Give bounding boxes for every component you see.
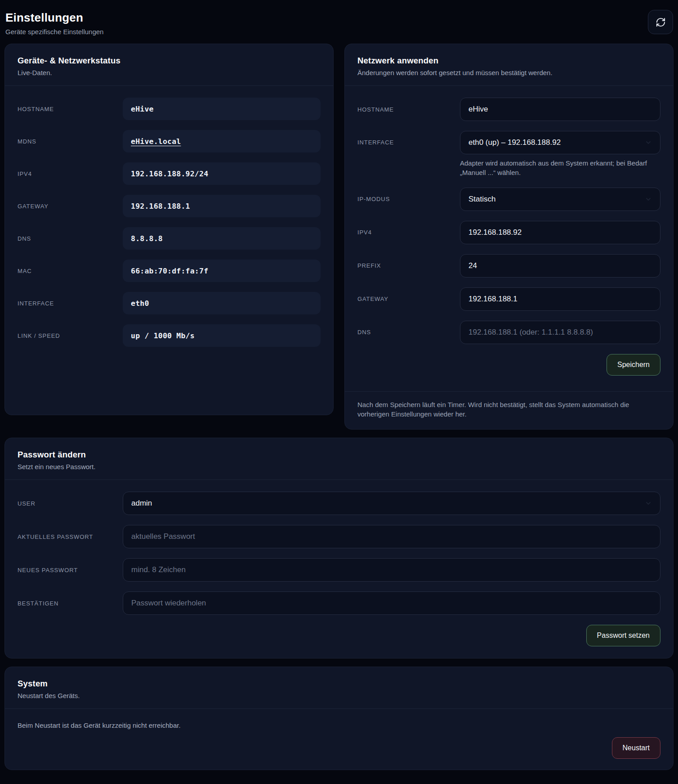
status-row: LINK / SPEED up / 1000 Mb/s xyxy=(18,324,321,347)
status-card-subtitle: Live-Daten. xyxy=(18,69,321,76)
top-cards-row: Geräte- & Netzwerkstatus Live-Daten. HOS… xyxy=(4,44,674,430)
system-card-title: System xyxy=(18,679,660,689)
user-select[interactable]: admin xyxy=(123,492,660,515)
password-card: Passwort ändern Setzt ein neues Passwort… xyxy=(4,438,674,659)
status-row: HOSTNAME eHive xyxy=(18,98,321,120)
page-header: Einstellungen Geräte spezifische Einstel… xyxy=(4,10,674,36)
network-prefix-row: PREFIX xyxy=(357,254,660,278)
status-row: MAC 66:ab:70:df:fa:7f xyxy=(18,260,321,282)
password-new-row: NEUES PASSWORT xyxy=(18,558,660,582)
network-prefix-input[interactable] xyxy=(460,254,660,278)
network-ipmode-row: IP-MODUS Statisch xyxy=(357,188,660,211)
status-row-value: 66:ab:70:df:fa:7f xyxy=(123,260,321,282)
network-ipmode-select[interactable]: Statisch xyxy=(460,188,660,211)
status-row-label: INTERFACE xyxy=(18,300,123,307)
system-card-header: System Neustart des Geräts. xyxy=(5,667,673,709)
status-row-label: LINK / SPEED xyxy=(18,332,123,339)
current-password-input[interactable] xyxy=(123,525,660,548)
password-card-header: Passwort ändern Setzt ein neues Passwort… xyxy=(5,438,673,480)
status-row-label: IPV4 xyxy=(18,170,123,177)
password-current-label: AKTUELLES PASSWORT xyxy=(18,533,123,540)
status-row-label: MAC xyxy=(18,268,123,274)
network-ipv4-label: IPV4 xyxy=(357,229,460,236)
page-subtitle: Geräte spezifische Einstellungen xyxy=(5,28,674,36)
network-footer-text: Nach dem Speichern läuft ein Timer. Wird… xyxy=(357,401,629,418)
network-card-footer: Nach dem Speichern läuft ein Timer. Wird… xyxy=(345,391,673,430)
status-row-label: GATEWAY xyxy=(18,203,123,210)
refresh-icon xyxy=(656,17,666,27)
status-card-title: Geräte- & Netzwerkstatus xyxy=(18,56,321,66)
network-card: Netzwerk anwenden Änderungen werden sofo… xyxy=(344,44,674,430)
password-submit-row: Passwort setzen xyxy=(18,625,660,646)
password-confirm-row: BESTÄTIGEN xyxy=(18,591,660,615)
status-row-value: up / 1000 Mb/s xyxy=(123,324,321,347)
status-row: GATEWAY 192.168.188.1 xyxy=(18,195,321,217)
network-gateway-label: GATEWAY xyxy=(357,296,460,302)
status-row: INTERFACE eth0 xyxy=(18,292,321,314)
network-dns-row: DNS xyxy=(357,321,660,344)
restart-button-row: Neustart xyxy=(18,737,660,759)
save-button[interactable]: Speichern xyxy=(607,354,660,376)
network-dns-input[interactable] xyxy=(460,321,660,344)
status-card-body: HOSTNAME eHive MDNS eHive.local IPV4 192… xyxy=(5,86,333,358)
network-hostname-row: HOSTNAME xyxy=(357,98,660,121)
network-save-row: Speichern xyxy=(357,354,660,376)
status-card-header: Geräte- & Netzwerkstatus Live-Daten. xyxy=(5,44,333,86)
network-interface-selected-value: eth0 (up) – 192.168.188.92 xyxy=(468,138,561,147)
status-row-value: 8.8.8.8 xyxy=(123,227,321,250)
settings-page: Einstellungen Geräte spezifische Einstel… xyxy=(0,0,678,775)
status-card: Geräte- & Netzwerkstatus Live-Daten. HOS… xyxy=(4,44,334,415)
chevron-down-icon xyxy=(645,500,652,507)
restart-button[interactable]: Neustart xyxy=(612,737,660,759)
chevron-down-icon xyxy=(645,196,652,203)
network-interface-label: INTERFACE xyxy=(357,139,460,146)
restart-note: Beim Neustart ist das Gerät kurzzeitig n… xyxy=(18,721,660,729)
mdns-link[interactable]: eHive.local xyxy=(123,130,321,152)
status-row-value: eth0 xyxy=(123,292,321,314)
password-user-label: USER xyxy=(18,500,123,507)
status-row-label: DNS xyxy=(18,235,123,242)
page-title: Einstellungen xyxy=(5,11,674,25)
network-hostname-input[interactable] xyxy=(460,98,660,121)
status-row: IPV4 192.168.188.92/24 xyxy=(18,162,321,185)
network-ipv4-row: IPV4 xyxy=(357,221,660,244)
status-row: DNS 8.8.8.8 xyxy=(18,227,321,250)
network-interface-row: INTERFACE eth0 (up) – 192.168.188.92 Ada… xyxy=(357,131,660,178)
password-user-row: USER admin xyxy=(18,492,660,515)
network-hostname-label: HOSTNAME xyxy=(357,106,460,113)
password-confirm-label: BESTÄTIGEN xyxy=(18,600,123,607)
network-prefix-label: PREFIX xyxy=(357,262,460,269)
password-current-row: AKTUELLES PASSWORT xyxy=(18,525,660,548)
status-row-value: 192.168.188.92/24 xyxy=(123,162,321,185)
network-card-header: Netzwerk anwenden Änderungen werden sofo… xyxy=(345,44,673,86)
system-card-subtitle: Neustart des Geräts. xyxy=(18,692,660,699)
password-new-label: NEUES PASSWORT xyxy=(18,567,123,573)
status-row-value: 192.168.188.1 xyxy=(123,195,321,217)
status-row-label: HOSTNAME xyxy=(18,106,123,112)
refresh-button[interactable] xyxy=(648,10,673,34)
set-password-button[interactable]: Passwort setzen xyxy=(586,625,660,646)
network-ipmode-selected-value: Statisch xyxy=(468,195,495,204)
network-card-subtitle: Änderungen werden sofort gesetzt und müs… xyxy=(357,69,660,76)
new-password-input[interactable] xyxy=(123,558,660,582)
system-card-body: Beim Neustart ist das Gerät kurzzeitig n… xyxy=(5,709,673,770)
system-card: System Neustart des Geräts. Beim Neustar… xyxy=(4,667,674,770)
network-interface-help: Adapter wird automatisch aus dem System … xyxy=(460,158,660,178)
password-card-title: Passwort ändern xyxy=(18,450,660,460)
network-interface-select[interactable]: eth0 (up) – 192.168.188.92 xyxy=(460,131,660,154)
network-ipv4-input[interactable] xyxy=(460,221,660,244)
network-gateway-input[interactable] xyxy=(460,287,660,311)
network-card-title: Netzwerk anwenden xyxy=(357,56,660,66)
password-card-subtitle: Setzt ein neues Passwort. xyxy=(18,463,660,470)
network-card-body: HOSTNAME INTERFACE eth0 (up) – 192.168.1… xyxy=(345,86,673,391)
user-selected-value: admin xyxy=(131,499,152,508)
status-row-value: eHive xyxy=(123,98,321,120)
network-gateway-row: GATEWAY xyxy=(357,287,660,311)
status-row-label: MDNS xyxy=(18,138,123,145)
password-card-body: USER admin AKTUELLES PASSWORT NEUES PASS… xyxy=(5,480,673,658)
network-dns-label: DNS xyxy=(357,329,460,336)
confirm-password-input[interactable] xyxy=(123,591,660,615)
status-row: MDNS eHive.local xyxy=(18,130,321,152)
network-ipmode-label: IP-MODUS xyxy=(357,196,460,202)
chevron-down-icon xyxy=(645,139,652,146)
